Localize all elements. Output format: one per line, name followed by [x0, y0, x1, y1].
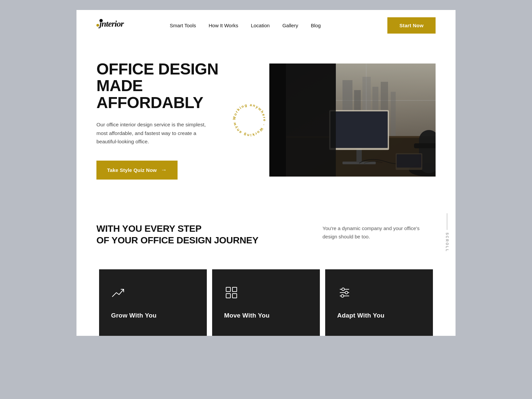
- mid-content-left: WITH YOU EVERY STEP OF YOUR OFFICE DESIG…: [96, 223, 263, 246]
- take-quiz-button[interactable]: Take Style Quiz Now →: [96, 161, 178, 180]
- svg-rect-26: [226, 287, 230, 292]
- nav-item-how-it-works[interactable]: How It Works: [209, 23, 238, 28]
- nav-item-blog[interactable]: Blog: [311, 23, 321, 28]
- logo-text: jnterior: [99, 19, 103, 22]
- card-grow-title: Grow with you: [111, 312, 157, 319]
- card-move-title: Move with you: [224, 312, 270, 319]
- nav-item-smart-tools[interactable]: Smart Tools: [170, 23, 196, 28]
- scroll-line: [447, 213, 447, 230]
- hero-description: Our office interior design service is th…: [96, 120, 216, 146]
- mid-title-line1: WITH YOU EVERY STEP: [96, 223, 201, 234]
- svg-rect-25: [269, 64, 286, 177]
- mid-description: You're a dynamic company and your office…: [323, 224, 436, 241]
- scroll-indicator: SCROLL: [445, 213, 449, 252]
- card-grow: Grow with you: [99, 269, 207, 336]
- mid-section: WITH YOU EVERY STEP OF YOUR OFFICE DESIG…: [76, 200, 456, 266]
- grid-icon: [224, 285, 239, 301]
- mid-section-title: WITH YOU EVERY STEP OF YOUR OFFICE DESIG…: [96, 223, 263, 246]
- quiz-button-label: Take Style Quiz Now: [107, 167, 157, 173]
- nav-item-location[interactable]: Location: [251, 23, 270, 28]
- nav-item-gallery[interactable]: Gallery: [282, 23, 298, 28]
- svg-rect-18: [331, 111, 388, 148]
- svg-rect-15: [356, 148, 362, 162]
- svg-point-35: [341, 295, 344, 297]
- main-nav: Smart Tools How It Works Location Galler…: [170, 23, 321, 28]
- desk-scene-svg: [269, 64, 436, 177]
- start-now-button[interactable]: Start Now: [387, 17, 436, 34]
- hero-title: OFFICE DESIGN MADE AFFORDABLY: [96, 61, 236, 111]
- scroll-label: SCROLL: [445, 232, 449, 252]
- card-adapt-title: Adapt with you: [337, 312, 384, 319]
- card-move: Move with you: [212, 269, 320, 336]
- svg-rect-29: [232, 294, 237, 298]
- hero-title-line1: OFFICE DESIGN: [96, 60, 218, 78]
- arrow-right-icon: →: [161, 167, 167, 174]
- hero-image: [269, 64, 436, 177]
- header: jnterior Smart Tools How It Works Locati…: [76, 10, 456, 41]
- svg-text:Working anywhere · Working any: Working anywhere · Working anywhere ·: [229, 100, 267, 137]
- trend-up-icon: [111, 285, 126, 301]
- hero-section: OFFICE DESIGN MADE AFFORDABLY Our office…: [76, 41, 456, 200]
- hero-content: OFFICE DESIGN MADE AFFORDABLY Our office…: [96, 61, 249, 180]
- hero-title-line2: MADE AFFORDABLY: [96, 77, 203, 111]
- svg-rect-27: [232, 287, 237, 292]
- mid-content-right: You're a dynamic company and your office…: [323, 223, 436, 241]
- svg-rect-28: [226, 294, 230, 298]
- logo-dot: [96, 24, 99, 27]
- mid-title-line2: OF YOUR OFFICE DESIGN JOURNEY: [96, 235, 258, 245]
- card-adapt: Adapt with you: [325, 269, 433, 336]
- svg-point-33: [342, 288, 344, 291]
- svg-point-34: [345, 291, 348, 294]
- page-wrapper: jnterior Smart Tools How It Works Locati…: [76, 10, 456, 336]
- circular-badge: Working anywhere · Working anywhere ·: [229, 100, 269, 140]
- svg-rect-23: [397, 154, 421, 168]
- svg-rect-21: [414, 143, 436, 148]
- svg-rect-11: [391, 92, 396, 137]
- sliders-icon: [337, 285, 352, 301]
- logo: jnterior: [96, 19, 103, 32]
- cards-section: Grow with you Move with you: [76, 269, 456, 336]
